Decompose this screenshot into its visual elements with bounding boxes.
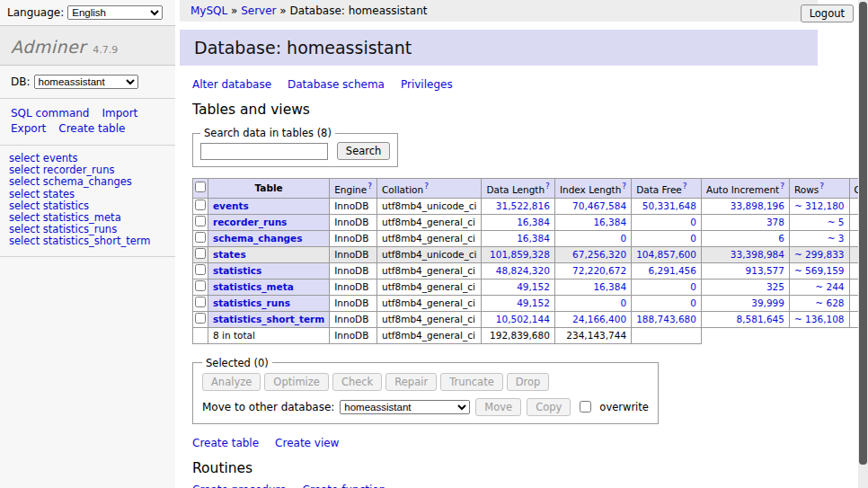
sidebar-action-link[interactable]: Create table bbox=[58, 122, 125, 135]
table-select-link[interactable]: select bbox=[9, 164, 40, 176]
data-free-link[interactable]: 0 bbox=[690, 281, 696, 292]
logout-button[interactable]: Logout bbox=[801, 4, 854, 22]
rows-link[interactable]: ~ 628 bbox=[815, 297, 844, 308]
table-link[interactable]: statistics_meta bbox=[213, 281, 294, 292]
data-free-link[interactable]: 0 bbox=[690, 217, 696, 227]
sidebar-action-link[interactable]: Export bbox=[11, 122, 46, 135]
selected-action-button[interactable]: Truncate bbox=[440, 373, 503, 391]
scrollbar[interactable] bbox=[858, 0, 868, 488]
index-length-link[interactable]: 0 bbox=[620, 233, 626, 244]
selected-action-button[interactable]: Optimize bbox=[264, 373, 329, 391]
data-free-link[interactable]: 50,331,648 bbox=[642, 200, 696, 211]
index-length-link[interactable]: 72,220,672 bbox=[572, 265, 626, 276]
index-length-link[interactable]: 16,384 bbox=[593, 217, 626, 227]
db-select[interactable]: homeassistant bbox=[34, 75, 138, 89]
row-checkbox[interactable] bbox=[195, 297, 206, 307]
breadcrumb-link[interactable]: MySQL bbox=[190, 4, 227, 17]
rows-link[interactable]: ~ 3 bbox=[828, 233, 845, 244]
database-action-link[interactable]: Alter database bbox=[192, 78, 271, 91]
data-length-link[interactable]: 31,522,816 bbox=[496, 200, 550, 211]
help-link[interactable]: ? bbox=[424, 182, 429, 191]
data-length-link[interactable]: 16,384 bbox=[517, 233, 550, 244]
table-select-link[interactable]: select bbox=[9, 235, 40, 247]
auto-increment-link[interactable]: 39,999 bbox=[751, 297, 784, 308]
table-name-link[interactable]: schema_changes bbox=[43, 175, 132, 188]
select-all-checkbox[interactable] bbox=[195, 182, 206, 192]
selected-action-button[interactable]: Repair bbox=[385, 373, 437, 391]
move-db-select[interactable]: homeassistant bbox=[340, 400, 470, 414]
table-select-link[interactable]: select bbox=[9, 175, 40, 188]
table-link[interactable]: events bbox=[213, 200, 249, 211]
table-name-link[interactable]: statistics_meta bbox=[43, 211, 121, 224]
help-link[interactable]: ? bbox=[780, 182, 784, 191]
selected-action-button[interactable]: Analyze bbox=[202, 373, 261, 391]
data-free-link[interactable]: 104,857,600 bbox=[636, 249, 696, 260]
table-name-link[interactable]: statistics_short_term bbox=[43, 235, 151, 247]
auto-increment-link[interactable]: 378 bbox=[766, 217, 784, 227]
copy-button[interactable]: Copy bbox=[527, 398, 571, 416]
rows-link[interactable]: ~ 299,833 bbox=[794, 249, 845, 260]
auto-increment-link[interactable]: 325 bbox=[766, 281, 784, 292]
search-button[interactable]: Search bbox=[337, 142, 391, 160]
table-select-link[interactable]: select bbox=[9, 200, 40, 212]
auto-increment-link[interactable]: 8,581,645 bbox=[737, 314, 784, 324]
row-checkbox[interactable] bbox=[195, 216, 206, 226]
table-name-link[interactable]: events bbox=[43, 152, 78, 164]
data-free-link[interactable]: 0 bbox=[690, 233, 696, 244]
index-length-link[interactable]: 67,256,320 bbox=[572, 249, 626, 260]
data-length-link[interactable]: 16,384 bbox=[517, 217, 550, 227]
auto-increment-link[interactable]: 913,577 bbox=[746, 265, 784, 276]
database-action-link[interactable]: Privileges bbox=[401, 78, 453, 91]
rows-link[interactable]: ~ 569,159 bbox=[794, 265, 845, 276]
table-link[interactable]: states bbox=[213, 249, 246, 260]
move-button[interactable]: Move bbox=[475, 398, 521, 416]
routine-create-link[interactable]: Create function bbox=[303, 484, 386, 488]
breadcrumb-link[interactable]: Server bbox=[241, 4, 276, 17]
routine-create-link[interactable]: Create procedure bbox=[192, 484, 287, 488]
table-name-link[interactable]: statistics_runs bbox=[43, 223, 117, 235]
selected-action-button[interactable]: Drop bbox=[507, 373, 550, 391]
rows-link[interactable]: ~ 312,180 bbox=[794, 200, 845, 211]
table-name-link[interactable]: statistics bbox=[43, 200, 89, 212]
row-checkbox[interactable] bbox=[195, 232, 206, 243]
table-name-link[interactable]: recorder_runs bbox=[43, 164, 115, 176]
create-link[interactable]: Create view bbox=[275, 437, 339, 449]
row-checkbox[interactable] bbox=[195, 313, 206, 324]
data-free-link[interactable]: 0 bbox=[690, 297, 696, 308]
database-action-link[interactable]: Database schema bbox=[288, 78, 385, 91]
help-link[interactable]: ? bbox=[683, 182, 687, 191]
data-free-link[interactable]: 6,291,456 bbox=[649, 265, 696, 276]
row-checkbox[interactable] bbox=[195, 200, 206, 210]
index-length-link[interactable]: 0 bbox=[620, 297, 626, 308]
data-length-link[interactable]: 48,824,320 bbox=[496, 265, 550, 276]
row-checkbox[interactable] bbox=[195, 280, 206, 291]
rows-link[interactable]: ~ 244 bbox=[815, 281, 844, 292]
search-input[interactable] bbox=[200, 143, 328, 160]
scrollbar-thumb[interactable] bbox=[859, 2, 867, 465]
data-free-link[interactable]: 188,743,680 bbox=[636, 314, 696, 324]
table-link[interactable]: recorder_runs bbox=[213, 217, 287, 227]
help-link[interactable]: ? bbox=[622, 182, 626, 191]
row-checkbox[interactable] bbox=[195, 248, 206, 259]
auto-increment-link[interactable]: 6 bbox=[778, 233, 784, 244]
table-select-link[interactable]: select bbox=[9, 188, 40, 200]
sidebar-action-link[interactable]: Import bbox=[102, 107, 137, 120]
table-select-link[interactable]: select bbox=[9, 152, 40, 164]
table-select-link[interactable]: select bbox=[9, 211, 40, 224]
help-link[interactable]: ? bbox=[545, 182, 550, 191]
index-length-link[interactable]: 70,467,584 bbox=[572, 200, 626, 211]
row-checkbox[interactable] bbox=[195, 264, 206, 275]
selected-action-button[interactable]: Check bbox=[332, 373, 382, 391]
table-link[interactable]: schema_changes bbox=[213, 233, 303, 244]
sidebar-action-link[interactable]: SQL command bbox=[11, 107, 89, 120]
data-length-link[interactable]: 101,859,328 bbox=[490, 249, 550, 260]
overwrite-checkbox[interactable] bbox=[580, 401, 591, 413]
data-length-link[interactable]: 49,152 bbox=[517, 281, 550, 292]
help-link[interactable]: ? bbox=[368, 182, 372, 191]
index-length-link[interactable]: 24,166,400 bbox=[572, 314, 626, 324]
data-length-link[interactable]: 10,502,144 bbox=[496, 314, 550, 324]
index-length-link[interactable]: 16,384 bbox=[593, 281, 626, 292]
help-link[interactable]: ? bbox=[819, 182, 824, 191]
data-length-link[interactable]: 49,152 bbox=[517, 297, 550, 308]
table-link[interactable]: statistics_short_term bbox=[213, 314, 324, 324]
